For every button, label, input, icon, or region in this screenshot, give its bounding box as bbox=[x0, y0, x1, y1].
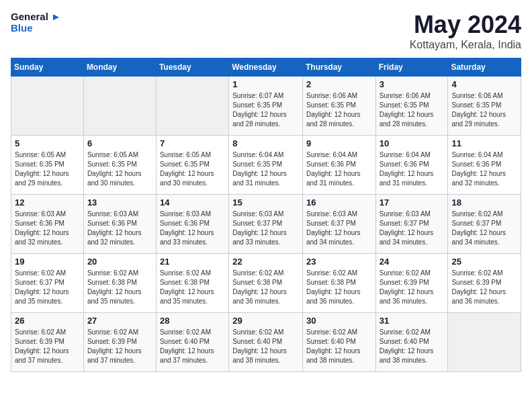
calendar-cell: 29Sunrise: 6:02 AM Sunset: 6:40 PM Dayli… bbox=[229, 313, 303, 372]
day-info: Sunrise: 6:03 AM Sunset: 6:36 PM Dayligh… bbox=[87, 210, 152, 247]
day-number: 1 bbox=[232, 79, 299, 89]
calendar-cell: 3Sunrise: 6:06 AM Sunset: 6:35 PM Daylig… bbox=[375, 77, 448, 136]
logo-general: General ► bbox=[11, 11, 61, 22]
location-subtitle: Kottayam, Kerala, India bbox=[410, 39, 521, 51]
day-number: 27 bbox=[87, 316, 152, 326]
day-info: Sunrise: 6:03 AM Sunset: 6:37 PM Dayligh… bbox=[306, 210, 372, 247]
logo: General ► Blue bbox=[11, 11, 61, 34]
calendar-cell: 6Sunrise: 6:05 AM Sunset: 6:35 PM Daylig… bbox=[83, 136, 156, 195]
day-number: 19 bbox=[15, 257, 80, 267]
day-number: 17 bbox=[380, 197, 445, 208]
calendar-cell bbox=[83, 77, 156, 136]
day-number: 8 bbox=[232, 138, 299, 148]
title-block: May 2024 Kottayam, Kerala, India bbox=[410, 11, 521, 51]
calendar-cell: 11Sunrise: 6:04 AM Sunset: 6:36 PM Dayli… bbox=[448, 136, 521, 195]
calendar-cell: 28Sunrise: 6:02 AM Sunset: 6:40 PM Dayli… bbox=[156, 313, 228, 372]
day-number: 9 bbox=[306, 138, 372, 148]
day-number: 31 bbox=[380, 316, 445, 326]
calendar-cell: 10Sunrise: 6:04 AM Sunset: 6:36 PM Dayli… bbox=[375, 136, 448, 195]
day-info: Sunrise: 6:02 AM Sunset: 6:39 PM Dayligh… bbox=[15, 328, 80, 365]
calendar-cell: 23Sunrise: 6:02 AM Sunset: 6:38 PM Dayli… bbox=[302, 254, 375, 313]
day-number: 2 bbox=[306, 79, 372, 89]
day-info: Sunrise: 6:06 AM Sunset: 6:35 PM Dayligh… bbox=[306, 91, 372, 129]
day-info: Sunrise: 6:06 AM Sunset: 6:35 PM Dayligh… bbox=[380, 91, 445, 129]
calendar-cell: 8Sunrise: 6:04 AM Sunset: 6:35 PM Daylig… bbox=[229, 136, 303, 195]
day-number: 4 bbox=[451, 79, 517, 89]
calendar-week-3: 12Sunrise: 6:03 AM Sunset: 6:36 PM Dayli… bbox=[11, 195, 521, 254]
day-info: Sunrise: 6:02 AM Sunset: 6:40 PM Dayligh… bbox=[232, 328, 299, 365]
day-info: Sunrise: 6:03 AM Sunset: 6:37 PM Dayligh… bbox=[232, 210, 299, 247]
day-info: Sunrise: 6:02 AM Sunset: 6:37 PM Dayligh… bbox=[451, 210, 517, 247]
calendar-cell: 22Sunrise: 6:02 AM Sunset: 6:38 PM Dayli… bbox=[229, 254, 303, 313]
day-info: Sunrise: 6:02 AM Sunset: 6:39 PM Dayligh… bbox=[87, 328, 152, 365]
calendar-cell: 26Sunrise: 6:02 AM Sunset: 6:39 PM Dayli… bbox=[11, 313, 84, 372]
col-header-saturday: Saturday bbox=[448, 58, 521, 77]
calendar-cell: 9Sunrise: 6:04 AM Sunset: 6:36 PM Daylig… bbox=[302, 136, 375, 195]
day-info: Sunrise: 6:02 AM Sunset: 6:38 PM Dayligh… bbox=[87, 269, 152, 306]
calendar-cell: 7Sunrise: 6:05 AM Sunset: 6:35 PM Daylig… bbox=[156, 136, 228, 195]
day-number: 28 bbox=[160, 316, 225, 326]
day-info: Sunrise: 6:04 AM Sunset: 6:35 PM Dayligh… bbox=[232, 150, 299, 188]
day-number: 30 bbox=[306, 316, 372, 326]
day-number: 7 bbox=[160, 138, 225, 148]
calendar-cell: 24Sunrise: 6:02 AM Sunset: 6:39 PM Dayli… bbox=[375, 254, 448, 313]
logo-blue: Blue bbox=[11, 22, 61, 34]
day-number: 16 bbox=[306, 197, 372, 208]
day-number: 29 bbox=[232, 316, 299, 326]
day-info: Sunrise: 6:02 AM Sunset: 6:40 PM Dayligh… bbox=[160, 328, 225, 365]
day-info: Sunrise: 6:02 AM Sunset: 6:39 PM Dayligh… bbox=[380, 269, 445, 306]
calendar-cell: 30Sunrise: 6:02 AM Sunset: 6:40 PM Dayli… bbox=[302, 313, 375, 372]
day-number: 23 bbox=[306, 257, 372, 267]
day-number: 18 bbox=[451, 197, 517, 208]
day-number: 14 bbox=[160, 197, 225, 208]
col-header-friday: Friday bbox=[375, 58, 448, 77]
calendar-cell bbox=[156, 77, 228, 136]
calendar-cell: 19Sunrise: 6:02 AM Sunset: 6:37 PM Dayli… bbox=[11, 254, 84, 313]
day-info: Sunrise: 6:04 AM Sunset: 6:36 PM Dayligh… bbox=[380, 150, 445, 188]
day-info: Sunrise: 6:04 AM Sunset: 6:36 PM Dayligh… bbox=[451, 150, 517, 188]
calendar-week-2: 5Sunrise: 6:05 AM Sunset: 6:35 PM Daylig… bbox=[11, 136, 521, 195]
day-number: 12 bbox=[15, 197, 80, 208]
calendar-cell: 31Sunrise: 6:02 AM Sunset: 6:40 PM Dayli… bbox=[375, 313, 448, 372]
day-number: 11 bbox=[451, 138, 517, 148]
page-header: General ► Blue May 2024 Kottayam, Kerala… bbox=[11, 11, 521, 51]
day-info: Sunrise: 6:05 AM Sunset: 6:35 PM Dayligh… bbox=[87, 150, 152, 188]
day-info: Sunrise: 6:05 AM Sunset: 6:35 PM Dayligh… bbox=[160, 150, 225, 188]
day-number: 22 bbox=[232, 257, 299, 267]
day-info: Sunrise: 6:03 AM Sunset: 6:36 PM Dayligh… bbox=[160, 210, 225, 247]
day-number: 21 bbox=[160, 257, 225, 267]
day-info: Sunrise: 6:02 AM Sunset: 6:40 PM Dayligh… bbox=[306, 328, 372, 365]
day-number: 3 bbox=[380, 79, 445, 89]
col-header-wednesday: Wednesday bbox=[229, 58, 303, 77]
day-info: Sunrise: 6:03 AM Sunset: 6:37 PM Dayligh… bbox=[380, 210, 445, 247]
day-info: Sunrise: 6:02 AM Sunset: 6:40 PM Dayligh… bbox=[380, 328, 445, 365]
col-header-monday: Monday bbox=[83, 58, 156, 77]
calendar-cell: 27Sunrise: 6:02 AM Sunset: 6:39 PM Dayli… bbox=[83, 313, 156, 372]
calendar-cell: 21Sunrise: 6:02 AM Sunset: 6:38 PM Dayli… bbox=[156, 254, 228, 313]
day-number: 25 bbox=[451, 257, 517, 267]
calendar-cell: 15Sunrise: 6:03 AM Sunset: 6:37 PM Dayli… bbox=[229, 195, 303, 254]
calendar-cell: 14Sunrise: 6:03 AM Sunset: 6:36 PM Dayli… bbox=[156, 195, 228, 254]
calendar-cell: 25Sunrise: 6:02 AM Sunset: 6:39 PM Dayli… bbox=[448, 254, 521, 313]
calendar-cell: 13Sunrise: 6:03 AM Sunset: 6:36 PM Dayli… bbox=[83, 195, 156, 254]
header-row: SundayMondayTuesdayWednesdayThursdayFrid… bbox=[11, 58, 521, 77]
col-header-sunday: Sunday bbox=[11, 58, 84, 77]
day-number: 6 bbox=[87, 138, 152, 148]
day-info: Sunrise: 6:03 AM Sunset: 6:36 PM Dayligh… bbox=[15, 210, 80, 247]
col-header-thursday: Thursday bbox=[302, 58, 375, 77]
day-number: 5 bbox=[15, 138, 80, 148]
day-info: Sunrise: 6:02 AM Sunset: 6:38 PM Dayligh… bbox=[160, 269, 225, 306]
day-number: 26 bbox=[15, 316, 80, 326]
calendar-table: SundayMondayTuesdayWednesdayThursdayFrid… bbox=[11, 58, 521, 372]
calendar-cell: 18Sunrise: 6:02 AM Sunset: 6:37 PM Dayli… bbox=[448, 195, 521, 254]
calendar-cell: 4Sunrise: 6:06 AM Sunset: 6:35 PM Daylig… bbox=[448, 77, 521, 136]
day-number: 10 bbox=[380, 138, 445, 148]
day-info: Sunrise: 6:07 AM Sunset: 6:35 PM Dayligh… bbox=[232, 91, 299, 129]
calendar-cell: 16Sunrise: 6:03 AM Sunset: 6:37 PM Dayli… bbox=[302, 195, 375, 254]
calendar-cell: 1Sunrise: 6:07 AM Sunset: 6:35 PM Daylig… bbox=[229, 77, 303, 136]
calendar-cell: 5Sunrise: 6:05 AM Sunset: 6:35 PM Daylig… bbox=[11, 136, 84, 195]
day-number: 24 bbox=[380, 257, 445, 267]
calendar-cell bbox=[448, 313, 521, 372]
calendar-week-4: 19Sunrise: 6:02 AM Sunset: 6:37 PM Dayli… bbox=[11, 254, 521, 313]
day-info: Sunrise: 6:02 AM Sunset: 6:37 PM Dayligh… bbox=[15, 269, 80, 306]
